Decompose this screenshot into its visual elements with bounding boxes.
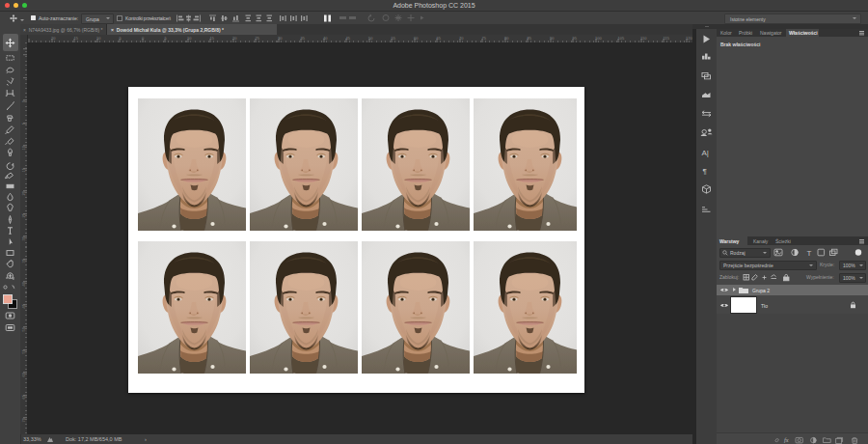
svg-text:T: T bbox=[807, 248, 812, 257]
svg-text:fx: fx bbox=[784, 436, 789, 443]
svg-text:¶: ¶ bbox=[703, 167, 707, 176]
svg-text:A|: A| bbox=[702, 149, 709, 157]
